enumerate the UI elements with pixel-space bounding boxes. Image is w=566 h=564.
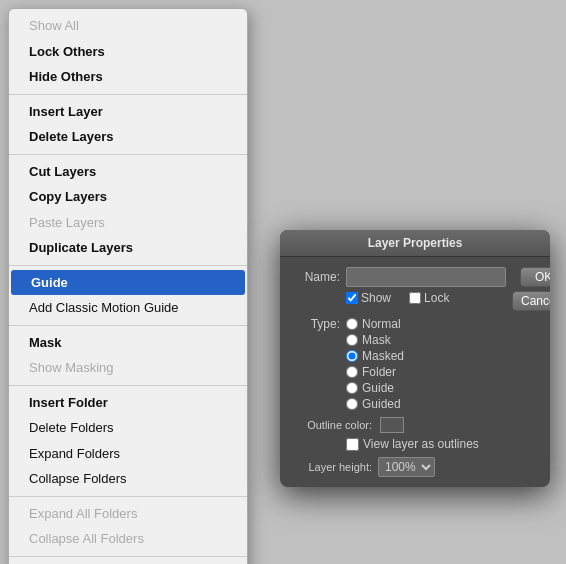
context-menu: Show All Lock Others Hide Others Insert …: [8, 8, 248, 564]
type-options: Normal Mask Masked Folder Guide: [346, 317, 404, 411]
outline-color-row: Outline color:: [292, 417, 538, 433]
type-option-mask: Mask: [346, 333, 404, 347]
layer-height-select[interactable]: 100% 200% 300%: [378, 457, 435, 477]
separator-2: [9, 154, 247, 155]
view-outlines-row: View layer as outlines: [292, 437, 538, 451]
type-option-guide: Guide: [346, 381, 404, 395]
view-outlines-label: View layer as outlines: [292, 437, 479, 451]
separator-6: [9, 496, 247, 497]
menu-item-expand-all-folders[interactable]: Expand All Folders: [9, 501, 247, 527]
show-checkbox-label: Show: [346, 291, 391, 305]
separator-5: [9, 385, 247, 386]
menu-item-show-all[interactable]: Show All: [9, 13, 247, 39]
lock-checkbox-label: Lock: [409, 291, 449, 305]
type-option-folder: Folder: [346, 365, 404, 379]
dialog-body: Name: Show Lock OK Cancel: [280, 257, 550, 487]
cancel-button[interactable]: Cancel: [512, 291, 550, 311]
lock-checkbox[interactable]: [409, 292, 421, 304]
dialog-title: Layer Properties: [368, 236, 463, 250]
layer-height-row: Layer height: 100% 200% 300%: [292, 457, 538, 477]
show-checkbox[interactable]: [346, 292, 358, 304]
menu-item-add-classic-motion-guide[interactable]: Add Classic Motion Guide: [9, 295, 247, 321]
type-option-normal: Normal: [346, 317, 404, 331]
menu-item-delete-folders[interactable]: Delete Folders: [9, 415, 247, 441]
menu-item-hide-others[interactable]: Hide Others: [9, 64, 247, 90]
view-outlines-checkbox[interactable]: [346, 438, 359, 451]
ok-button[interactable]: OK: [520, 267, 550, 287]
menu-item-duplicate-layers[interactable]: Duplicate Layers: [9, 235, 247, 261]
menu-item-properties[interactable]: Properties...: [9, 561, 247, 565]
layer-properties-dialog: Layer Properties Name: Show Lock: [280, 230, 550, 487]
type-radio-normal[interactable]: [346, 318, 358, 330]
name-label: Name:: [292, 270, 340, 284]
type-option-masked: Masked: [346, 349, 404, 363]
dialog-titlebar: Layer Properties: [280, 230, 550, 257]
type-label: Type:: [292, 317, 340, 331]
menu-item-show-masking[interactable]: Show Masking: [9, 355, 247, 381]
menu-item-expand-folders[interactable]: Expand Folders: [9, 441, 247, 467]
menu-item-insert-layer[interactable]: Insert Layer: [9, 99, 247, 125]
separator-1: [9, 94, 247, 95]
menu-item-collapse-folders[interactable]: Collapse Folders: [9, 466, 247, 492]
type-radio-masked[interactable]: [346, 350, 358, 362]
type-row: Type: Normal Mask Masked Folder: [292, 317, 538, 411]
menu-item-mask[interactable]: Mask: [9, 330, 247, 356]
separator-4: [9, 325, 247, 326]
type-radio-mask[interactable]: [346, 334, 358, 346]
menu-item-paste-layers[interactable]: Paste Layers: [9, 210, 247, 236]
name-input[interactable]: [346, 267, 506, 287]
menu-item-guide[interactable]: Guide: [11, 270, 245, 296]
menu-item-delete-layers[interactable]: Delete Layers: [9, 124, 247, 150]
outline-color-label: Outline color:: [292, 419, 372, 431]
type-radio-guided[interactable]: [346, 398, 358, 410]
menu-item-copy-layers[interactable]: Copy Layers: [9, 184, 247, 210]
menu-item-cut-layers[interactable]: Cut Layers: [9, 159, 247, 185]
outline-color-swatch[interactable]: [380, 417, 404, 433]
menu-item-collapse-all-folders[interactable]: Collapse All Folders: [9, 526, 247, 552]
menu-item-lock-others[interactable]: Lock Others: [9, 39, 247, 65]
separator-3: [9, 265, 247, 266]
layer-height-label: Layer height:: [292, 461, 372, 473]
type-radio-folder[interactable]: [346, 366, 358, 378]
menu-item-insert-folder[interactable]: Insert Folder: [9, 390, 247, 416]
type-option-guided: Guided: [346, 397, 404, 411]
type-radio-guide[interactable]: [346, 382, 358, 394]
separator-7: [9, 556, 247, 557]
